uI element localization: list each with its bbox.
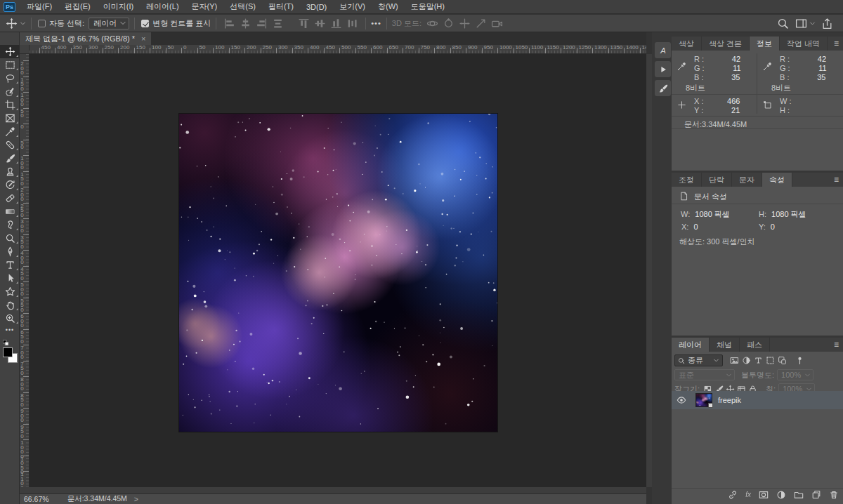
layer-filter-dropdown[interactable]: 종류 xyxy=(674,354,723,366)
shape-tool[interactable] xyxy=(0,285,20,298)
clone-stamp-tool[interactable] xyxy=(0,165,20,178)
eyedropper-tool[interactable] xyxy=(0,125,20,138)
trash-icon[interactable] xyxy=(829,490,839,500)
menu-이미지[interactable]: 이미지(I) xyxy=(97,0,140,14)
brush-tool[interactable] xyxy=(0,152,20,165)
layers-tab-채널[interactable]: 채널 xyxy=(710,338,740,352)
new-layer-icon[interactable] xyxy=(811,490,821,500)
status-chevron-icon[interactable]: > xyxy=(134,495,138,503)
doc-x-value[interactable]: 0 xyxy=(693,223,698,231)
menu-필터[interactable]: 필터(T) xyxy=(262,0,300,14)
close-tab-icon[interactable]: × xyxy=(141,34,145,43)
panel-menu-icon[interactable]: ≡ xyxy=(834,175,839,185)
share-icon[interactable] xyxy=(821,18,833,29)
workspace-chevron-icon[interactable] xyxy=(809,20,816,27)
menu-도움말[interactable]: 도움말(H) xyxy=(405,0,451,14)
vertical-ruler[interactable]: 2 0 01 5 01 0 05 005 01 0 01 5 02 0 02 5… xyxy=(20,54,30,487)
more-options-button[interactable]: ••• xyxy=(371,19,381,27)
zoom-level-field[interactable]: 66.67% xyxy=(24,495,49,503)
horizontal-ruler[interactable]: 4504003503002502001501005005010015020025… xyxy=(30,45,646,54)
type-tool[interactable] xyxy=(0,258,20,272)
align-left-icon[interactable] xyxy=(223,18,235,29)
panel-menu-icon[interactable]: ≡ xyxy=(834,39,839,48)
edit-toolbar-button[interactable]: ••• xyxy=(0,325,20,335)
marquee-tool[interactable] xyxy=(0,58,20,72)
layer-visibility-eye-icon[interactable] xyxy=(677,395,686,405)
workspace-icon[interactable] xyxy=(795,18,807,29)
align-center-h-icon[interactable] xyxy=(240,18,251,29)
folder-icon[interactable] xyxy=(794,490,804,500)
menu-편집[interactable]: 편집(E) xyxy=(58,0,97,14)
eraser-tool[interactable] xyxy=(0,192,20,205)
opacity-dropdown[interactable]: 100% xyxy=(777,369,813,380)
properties-tab-단락[interactable]: 단락 xyxy=(702,173,732,187)
healing-brush-tool[interactable] xyxy=(0,138,20,152)
distribute-v-icon[interactable] xyxy=(272,18,284,29)
foreground-color-swatch[interactable] xyxy=(3,347,13,357)
path-select-tool[interactable] xyxy=(0,272,20,285)
info-tab-색상[interactable]: 색상 xyxy=(672,37,702,51)
layer-row[interactable]: freepik xyxy=(672,391,843,409)
history-brush-tool[interactable] xyxy=(0,178,20,192)
transform-controls-checkbox[interactable] xyxy=(141,20,149,27)
quick-selection-tool[interactable] xyxy=(0,85,20,98)
layer-thumbnail[interactable] xyxy=(696,394,712,406)
filter-adjust-icon[interactable] xyxy=(742,356,751,365)
dodge-tool[interactable] xyxy=(0,232,20,245)
properties-tab-조정[interactable]: 조정 xyxy=(672,173,702,187)
crop-tool[interactable] xyxy=(0,98,20,112)
zoom-tool[interactable] xyxy=(0,312,20,325)
search-icon[interactable] xyxy=(777,18,789,29)
menu-레이어[interactable]: 레이어(L) xyxy=(140,0,185,14)
tool-presets-panel-icon[interactable] xyxy=(655,80,671,96)
default-colors-icon[interactable] xyxy=(3,340,9,346)
filter-image-icon[interactable] xyxy=(730,356,739,365)
align-middle-icon[interactable] xyxy=(314,18,326,29)
mask-icon[interactable] xyxy=(759,490,769,500)
auto-select-checkbox[interactable] xyxy=(38,20,46,27)
blend-mode-dropdown[interactable]: 표준 xyxy=(674,369,735,380)
properties-tab-속성[interactable]: 속성 xyxy=(762,173,792,187)
layer-name[interactable]: freepik xyxy=(718,396,741,404)
fx-icon[interactable]: fx xyxy=(745,491,751,498)
filter-shape-icon[interactable] xyxy=(766,356,775,365)
doc-height-value[interactable]: 1080 픽셀 xyxy=(771,210,806,218)
info-tab-색상 견본[interactable]: 색상 견본 xyxy=(702,37,750,51)
document-canvas[interactable] xyxy=(179,114,497,432)
move-tool[interactable] xyxy=(0,45,20,58)
info-tab-정보[interactable]: 정보 xyxy=(750,37,780,51)
horizontal-scrollbar[interactable] xyxy=(20,487,646,493)
bit-depth-label[interactable]: 8비트 xyxy=(686,83,705,93)
layers-tab-패스[interactable]: 패스 xyxy=(740,338,770,352)
info-tab-작업 내역[interactable]: 작업 내역 xyxy=(780,37,828,51)
doc-width-value[interactable]: 1080 픽셀 xyxy=(695,210,730,218)
filter-smart-icon[interactable] xyxy=(778,356,787,365)
doc-resolution-value[interactable]: 해상도: 300 픽셀/인치 xyxy=(679,237,755,247)
properties-tab-문자[interactable]: 문자 xyxy=(732,173,762,187)
layers-tab-레이어[interactable]: 레이어 xyxy=(672,338,710,352)
menu-문자[interactable]: 문자(Y) xyxy=(185,0,224,14)
actions-panel-icon[interactable] xyxy=(655,61,671,77)
smudge-tool[interactable] xyxy=(0,218,20,232)
auto-select-target-dropdown[interactable]: 레이어 xyxy=(89,18,129,29)
adjust-icon[interactable] xyxy=(776,490,786,500)
gradient-tool[interactable] xyxy=(0,205,20,218)
tool-preset-chevron-icon[interactable] xyxy=(20,20,26,27)
lasso-tool[interactable] xyxy=(0,72,20,85)
frame-tool[interactable] xyxy=(0,112,20,125)
filter-pin-icon[interactable] xyxy=(794,355,805,366)
menu-파일[interactable]: 파일(F) xyxy=(20,0,58,14)
align-top-icon[interactable] xyxy=(298,18,310,29)
distribute-h-icon[interactable] xyxy=(346,18,358,29)
menu-선택[interactable]: 선택(S) xyxy=(223,0,262,14)
link-icon[interactable] xyxy=(728,490,738,500)
align-right-icon[interactable] xyxy=(256,18,268,29)
align-bottom-icon[interactable] xyxy=(330,18,342,29)
menu-3D[interactable]: 3D(D) xyxy=(300,0,333,14)
filter-type-icon[interactable] xyxy=(754,356,763,365)
bit-depth-label[interactable]: 8비트 xyxy=(771,83,791,93)
panel-menu-icon[interactable]: ≡ xyxy=(834,340,839,350)
hand-tool[interactable] xyxy=(0,298,20,312)
menu-창[interactable]: 창(W) xyxy=(372,0,405,14)
menu-보기[interactable]: 보기(V) xyxy=(333,0,372,14)
